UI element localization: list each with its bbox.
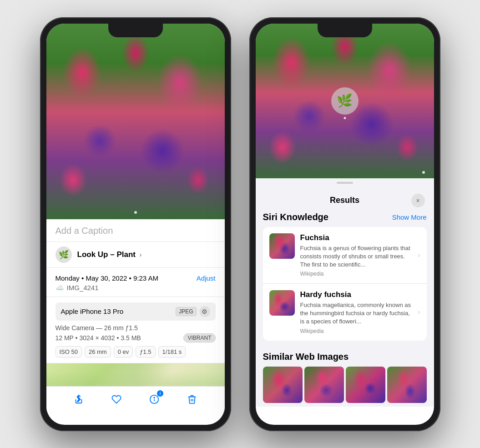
similar-image-1[interactable]	[263, 367, 303, 403]
shutter-value: 1/181 s	[158, 346, 186, 357]
photo-area-1[interactable]	[46, 24, 225, 219]
hardy-thumb-img	[269, 290, 295, 316]
notch-1	[108, 24, 163, 37]
phone-2: 🌿 Results × Siri Knowledge Show	[249, 17, 440, 431]
focal-length: 26 mm	[85, 346, 111, 357]
toolbar-1: i	[46, 386, 225, 412]
siri-knowledge-section: Siri Knowledge Show More Fuchsia Fuchsia…	[256, 212, 434, 346]
delete-button[interactable]	[184, 391, 200, 408]
ev-value: 0 ev	[114, 346, 133, 357]
adjust-button[interactable]: Adjust	[197, 274, 216, 282]
phone-1: Add a Caption 🌿 Look Up – Plant ›	[40, 17, 231, 431]
fuchsia-content: Fuchsia Fuchsia is a genus of flowering …	[300, 233, 413, 277]
siri-knowledge-title: Siri Knowledge	[263, 212, 328, 222]
fuchsia-item[interactable]: Fuchsia Fuchsia is a genus of flowering …	[263, 227, 427, 284]
similar-title: Similar Web Images	[263, 352, 427, 362]
fuchsia-chevron: ›	[418, 251, 420, 259]
hardy-description: Fuchsia magellanica, commonly known as t…	[300, 301, 413, 326]
page-indicator-2	[422, 171, 425, 174]
meta-section: Monday • May 30, 2022 • 9:23 AM Adjust ☁…	[46, 268, 225, 297]
meta-date: Monday • May 30, 2022 • 9:23 AM	[56, 274, 158, 282]
hardy-fuchsia-item[interactable]: Hardy fuchsia Fuchsia magellanica, commo…	[263, 284, 427, 341]
vl-dot	[344, 117, 346, 119]
drag-handle-container	[256, 178, 434, 184]
hardy-source: Wikipedia	[300, 328, 413, 334]
similar-image-3[interactable]	[346, 367, 385, 403]
fuchsia-thumbnail	[269, 233, 295, 259]
cloud-icon: ☁️	[56, 284, 64, 292]
visual-lookup-icon: 🌿	[337, 93, 353, 108]
device-row: Apple iPhone 13 Pro JPEG ⚙	[56, 302, 216, 321]
similar-images-section: Similar Web Images	[256, 346, 434, 407]
fuchsia-description: Fuchsia is a genus of flowering plants t…	[300, 244, 413, 269]
lookup-chevron: ›	[140, 251, 142, 258]
results-panel: Results × Siri Knowledge Show More	[256, 178, 434, 407]
fuchsia-thumb-img	[269, 233, 295, 259]
file-name: IMG_4241	[67, 284, 99, 292]
caption-placeholder[interactable]: Add a Caption	[56, 226, 113, 236]
iso-value: ISO 50	[56, 346, 82, 357]
siri-header: Siri Knowledge Show More	[263, 212, 427, 222]
device-section: Apple iPhone 13 Pro JPEG ⚙ Wide Camera —…	[46, 297, 225, 363]
lookup-label[interactable]: Look Up – Plant ›	[77, 250, 142, 259]
info-badge: i	[157, 390, 163, 397]
meta-file: ☁️ IMG_4241	[56, 284, 216, 292]
close-button[interactable]: ×	[411, 194, 425, 207]
similar-image-2[interactable]	[304, 367, 344, 403]
visual-lookup-button[interactable]: 🌿	[331, 87, 359, 115]
info-panel-1: Add a Caption 🌿 Look Up – Plant ›	[46, 219, 225, 404]
fuchsia-source: Wikipedia	[300, 271, 413, 277]
results-header: Results ×	[256, 188, 434, 212]
device-name: Apple iPhone 13 Pro	[61, 307, 124, 315]
photo-area-2[interactable]: 🌿	[256, 24, 434, 178]
jpeg-badge: JPEG	[176, 307, 196, 316]
show-more-button[interactable]: Show More	[392, 213, 427, 221]
drag-handle[interactable]	[337, 182, 353, 184]
gear-icon[interactable]: ⚙	[199, 306, 210, 317]
knowledge-card: Fuchsia Fuchsia is a genus of flowering …	[263, 227, 427, 341]
hardy-thumbnail	[269, 290, 295, 316]
lookup-icon-circle: 🌿	[56, 247, 72, 263]
home-indicator-1	[108, 419, 163, 421]
fuchsia-name: Fuchsia	[300, 233, 413, 242]
hardy-name: Hardy fuchsia	[300, 290, 413, 299]
home-indicator-2	[318, 419, 372, 421]
flower-photo-1	[46, 24, 225, 219]
mp-row: 12 MP • 3024 × 4032 • 3.5 MB VIBRANT	[56, 333, 216, 342]
info-button[interactable]: i	[146, 391, 162, 408]
aperture-value: ƒ1.5	[136, 346, 155, 357]
device-badges: JPEG ⚙	[176, 306, 210, 317]
similar-images-grid	[263, 367, 427, 403]
results-title: Results	[278, 196, 411, 205]
lookup-row[interactable]: 🌿 Look Up – Plant ›	[46, 242, 225, 268]
notch-2	[318, 24, 372, 37]
hardy-chevron: ›	[418, 308, 420, 316]
phone-1-screen: Add a Caption 🌿 Look Up – Plant ›	[46, 24, 225, 425]
mp-info: 12 MP • 3024 × 4032 • 3.5 MB	[56, 334, 141, 342]
phone-2-screen: 🌿 Results × Siri Knowledge Show	[256, 24, 434, 425]
svg-point-2	[154, 397, 155, 398]
hardy-content: Hardy fuchsia Fuchsia magellanica, commo…	[300, 290, 413, 334]
camera-spec: Wide Camera — 26 mm ƒ1.5	[56, 324, 216, 332]
leaf-icon: 🌿	[59, 250, 69, 260]
favorite-button[interactable]	[108, 391, 125, 408]
meta-top-row: Monday • May 30, 2022 • 9:23 AM Adjust	[56, 274, 216, 282]
caption-field[interactable]: Add a Caption	[46, 219, 225, 242]
page-indicator-1	[134, 211, 137, 214]
similar-image-4[interactable]	[387, 367, 427, 403]
share-button[interactable]	[71, 391, 87, 408]
vibrant-badge: VIBRANT	[183, 333, 215, 342]
exif-row: ISO 50 26 mm 0 ev ƒ1.5 1/181 s	[56, 346, 216, 357]
